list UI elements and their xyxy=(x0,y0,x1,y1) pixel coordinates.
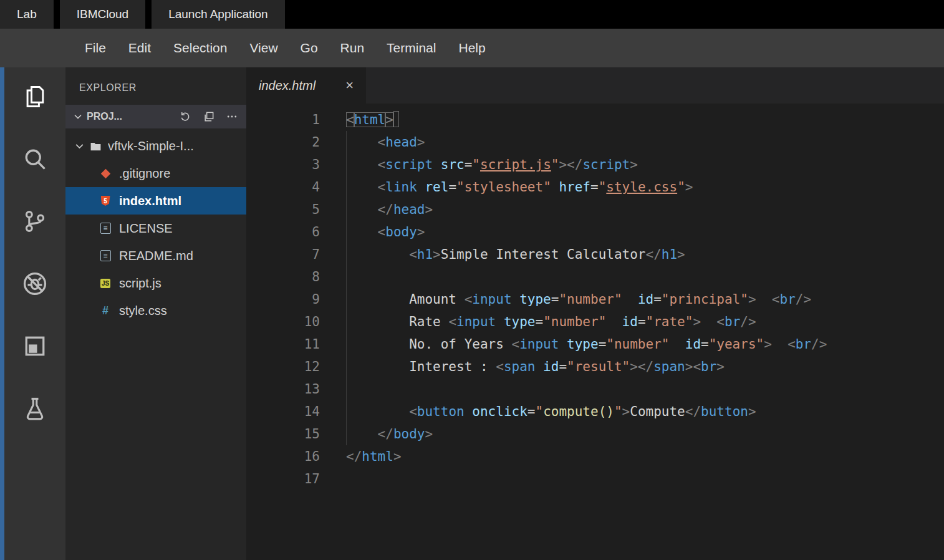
explorer-icon[interactable] xyxy=(19,81,51,112)
code-token: = xyxy=(599,337,607,352)
code-token: script xyxy=(385,157,433,172)
code-line-17[interactable] xyxy=(346,468,827,490)
code-token: > xyxy=(417,135,425,150)
code-line-3[interactable]: <script src="script.js"></script> xyxy=(346,153,827,176)
code-token xyxy=(669,337,685,352)
line-number: 16 xyxy=(246,445,320,468)
code-line-10[interactable]: Rate <input type="number" id="rate"> <br… xyxy=(346,311,827,333)
tree-item-gitignore[interactable]: .gitignore xyxy=(65,160,246,187)
tree-item-readme-md[interactable]: README.md xyxy=(65,242,246,269)
menu-item-edit[interactable]: Edit xyxy=(117,41,162,56)
tree-item-script-js[interactable]: script.js xyxy=(65,269,246,297)
menu-item-file[interactable]: File xyxy=(74,41,117,56)
menu-item-go[interactable]: Go xyxy=(289,41,329,56)
code-token xyxy=(346,202,378,217)
code-token: > xyxy=(425,202,433,217)
code-token: < xyxy=(772,292,780,307)
extensions-icon[interactable] xyxy=(19,331,51,362)
menu-item-run[interactable]: Run xyxy=(329,41,376,56)
browser-tab-ibmcloud[interactable]: IBMCloud xyxy=(60,0,145,29)
code-token xyxy=(417,180,425,195)
code-token: = xyxy=(590,180,599,195)
workbench: EXPLORER PROJ... xyxy=(0,67,944,560)
code-token: " xyxy=(472,157,480,172)
application-window: LabIBMCloudLaunch Application FileEditSe… xyxy=(0,0,944,560)
tree-item-style-css[interactable]: style.css xyxy=(65,297,246,324)
activity-bar xyxy=(4,67,65,560)
code-token: Amount xyxy=(346,292,465,307)
code-token: </ xyxy=(378,427,393,442)
code-token: script xyxy=(582,157,630,172)
code-token: href xyxy=(559,180,590,195)
code-token: " xyxy=(599,180,607,195)
browser-tab-launch-application[interactable]: Launch Application xyxy=(152,0,285,29)
debug-disabled-icon[interactable] xyxy=(19,268,51,299)
code-token: No. of Years xyxy=(346,337,512,352)
browser-tab-lab[interactable]: Lab xyxy=(0,0,54,29)
code-line-2[interactable]: <head> xyxy=(346,131,827,153)
code-token xyxy=(346,180,378,195)
code-token: style.css xyxy=(606,180,677,195)
close-icon[interactable]: × xyxy=(345,79,354,92)
code-token: </ xyxy=(346,449,362,464)
more-actions-icon[interactable] xyxy=(225,110,239,123)
code-line-16[interactable]: </html> xyxy=(346,445,827,468)
code-token: < xyxy=(409,247,417,262)
editor-tab-index-html[interactable]: index.html × xyxy=(246,67,366,104)
git-icon xyxy=(99,167,112,180)
tree-item-index-html[interactable]: index.html xyxy=(65,187,246,215)
code-token: "number" xyxy=(559,292,622,307)
indent-guide xyxy=(346,131,347,445)
code-token: button xyxy=(701,404,748,419)
code-token: < xyxy=(378,180,386,195)
code-token xyxy=(346,404,409,419)
explorer-sidebar: EXPLORER PROJ... xyxy=(65,67,246,560)
source-control-icon[interactable] xyxy=(19,206,51,237)
code-token: body xyxy=(393,427,425,442)
code-line-5[interactable]: </head> xyxy=(346,198,827,221)
file-name: README.md xyxy=(119,249,193,263)
editor-gutter: 1234567891011121314151617 xyxy=(246,109,320,490)
refresh-icon[interactable] xyxy=(179,110,193,123)
code-token xyxy=(496,314,504,329)
tree-item-license[interactable]: LICENSE xyxy=(65,215,246,242)
menu-item-selection[interactable]: Selection xyxy=(162,41,238,56)
code-line-14[interactable]: <button onclick="compute()">Compute</but… xyxy=(346,400,827,423)
code-token: "principal" xyxy=(662,292,748,307)
line-number: 9 xyxy=(246,288,320,311)
js-icon xyxy=(99,277,112,289)
menu-item-view[interactable]: View xyxy=(238,41,289,56)
menu-item-terminal[interactable]: Terminal xyxy=(375,41,447,56)
code-token xyxy=(756,292,772,307)
code-token: = xyxy=(559,359,567,374)
code-token xyxy=(465,404,473,419)
file-name: script.js xyxy=(119,276,161,291)
code-line-8[interactable] xyxy=(346,266,827,288)
code-line-15[interactable]: </body> xyxy=(346,423,827,445)
explorer-title: EXPLORER xyxy=(65,67,246,94)
search-icon[interactable] xyxy=(19,143,51,175)
menu-item-help[interactable]: Help xyxy=(447,41,496,56)
project-section-header[interactable]: PROJ... xyxy=(65,105,246,128)
code-token: " xyxy=(551,157,559,172)
code-line-11[interactable]: No. of Years <input type="number" id="ye… xyxy=(346,333,827,355)
code-token: "result" xyxy=(567,359,630,374)
code-line-13[interactable] xyxy=(346,378,827,400)
code-line-7[interactable]: <h1>Simple Interest Calculator</h1> xyxy=(346,243,827,266)
code-token: = xyxy=(448,180,456,195)
code-line-12[interactable]: Interest : <span id="result"></span><br> xyxy=(346,355,827,378)
tree-item-root-folder[interactable]: vftvk-Simple-I... xyxy=(65,132,246,160)
code-token xyxy=(512,292,520,307)
code-line-4[interactable]: <link rel="stylesheet" href="style.css"> xyxy=(346,176,827,198)
code-line-9[interactable]: Amount <input type="number" id="principa… xyxy=(346,288,827,311)
code-token: < xyxy=(716,314,725,329)
code-token: > xyxy=(417,224,425,239)
test-flask-icon[interactable] xyxy=(19,393,51,424)
code-lines: <html> <head> <script src="script.js"></… xyxy=(320,109,827,490)
code-line-1[interactable]: <html> xyxy=(346,109,827,131)
collapse-all-icon[interactable] xyxy=(202,110,216,123)
code-token: > xyxy=(716,359,725,374)
menu-bar: FileEditSelectionViewGoRunTerminalHelp xyxy=(0,29,944,67)
code-token: = xyxy=(527,404,536,419)
code-line-6[interactable]: <body> xyxy=(346,221,827,243)
